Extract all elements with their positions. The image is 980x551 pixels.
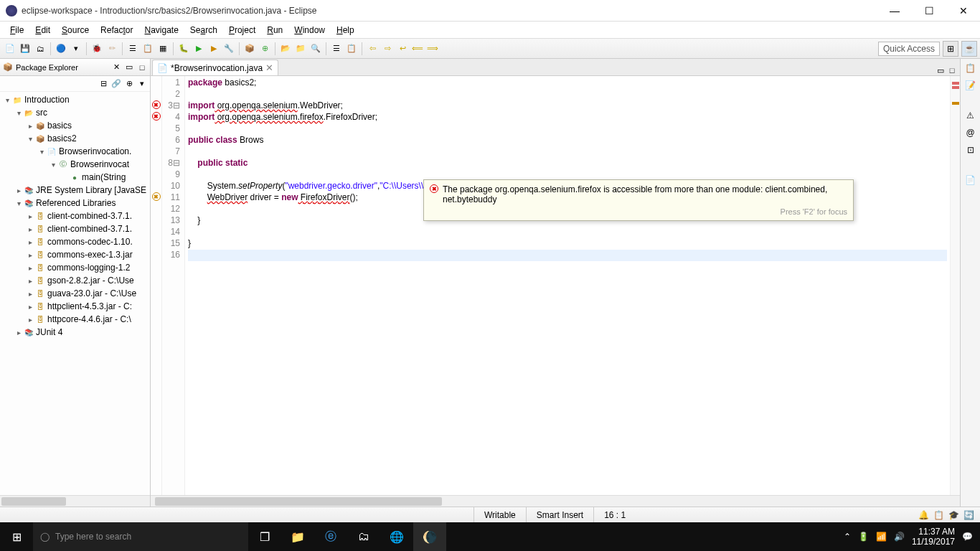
start-button[interactable]: ⊞: [0, 522, 33, 551]
run-icon[interactable]: ▶: [192, 42, 206, 56]
maximize-button[interactable]: ☐: [918, 4, 940, 18]
package-tree[interactable]: ▾📁Introduction ▾📂src ▸📦basics ▾📦basics2 …: [0, 92, 150, 495]
tray-battery-icon[interactable]: 🔋: [858, 532, 869, 542]
collapse-all-icon[interactable]: ⊟: [98, 79, 108, 89]
close-button[interactable]: ✕: [953, 4, 974, 18]
task-view-icon[interactable]: ❐: [248, 522, 281, 551]
view-minimize-icon[interactable]: ▭: [124, 62, 134, 72]
search-icon[interactable]: 🔍: [308, 42, 323, 56]
link-editor-icon[interactable]: 🔗: [111, 79, 121, 89]
toolbar-btn2[interactable]: 📋: [344, 42, 359, 56]
open-type-icon[interactable]: 🔵: [54, 42, 68, 56]
sidebar-scrollbar[interactable]: [0, 495, 150, 507]
tray-volume-icon[interactable]: 🔊: [894, 532, 905, 542]
declaration-icon[interactable]: ⊡: [964, 143, 977, 156]
editor-minimize-icon[interactable]: ▭: [936, 65, 946, 75]
save-icon[interactable]: 💾: [18, 42, 32, 56]
menu-source[interactable]: Source: [56, 23, 95, 37]
status-icon[interactable]: 📋: [933, 510, 944, 520]
tree-jar[interactable]: ▸🗄commons-exec-1.3.jar: [0, 248, 150, 261]
minimize-button[interactable]: —: [884, 4, 905, 18]
tree-project[interactable]: ▾📁Introduction: [0, 93, 150, 106]
view-maximize-icon[interactable]: □: [137, 62, 147, 72]
task-list-icon[interactable]: 📝: [964, 79, 977, 92]
debug-launch-icon[interactable]: 🐛: [176, 42, 191, 56]
javadoc-icon[interactable]: @: [964, 126, 977, 139]
build-icon[interactable]: ▾: [69, 42, 83, 56]
menu-help[interactable]: Help: [331, 23, 360, 37]
error-marker-icon[interactable]: ✖: [152, 112, 161, 121]
perspective-open-icon[interactable]: ⊞: [943, 41, 958, 57]
tree-jar[interactable]: ▸🗄httpclient-4.5.3.jar - C:: [0, 300, 150, 313]
debug-icon[interactable]: 🐞: [90, 42, 104, 56]
tree-jar[interactable]: ▸🗄httpcore-4.4.6.jar - C:\: [0, 313, 150, 326]
select-all-icon[interactable]: ▦: [156, 42, 170, 56]
save-all-icon[interactable]: 🗂: [33, 42, 47, 56]
menu-search[interactable]: Search: [184, 23, 223, 37]
tree-jar[interactable]: ▸🗄commons-logging-1.2: [0, 261, 150, 274]
menu-edit[interactable]: Edit: [29, 23, 56, 37]
tree-reflib[interactable]: ▾📚Referenced Libraries: [0, 197, 150, 209]
tree-java-file[interactable]: ▾📄Browserinvocation.: [0, 145, 150, 158]
menu-project[interactable]: Project: [223, 23, 261, 37]
history-fwd-icon[interactable]: ⟹: [425, 42, 440, 56]
tree-jar[interactable]: ▸🗄commons-codec-1.10.: [0, 235, 150, 248]
tray-notifications-icon[interactable]: 💬: [962, 532, 973, 542]
paint-icon[interactable]: ✏: [105, 42, 119, 56]
chrome-icon[interactable]: 🌐: [380, 522, 413, 551]
editor-maximize-icon[interactable]: □: [947, 65, 957, 75]
eclipse-taskbar-icon[interactable]: 🌘: [413, 522, 446, 551]
menu-window[interactable]: Window: [288, 23, 331, 37]
status-icon[interactable]: 🔄: [963, 510, 974, 520]
menu-navigate[interactable]: Navigate: [138, 23, 184, 37]
tree-jar[interactable]: ▸🗄client-combined-3.7.1.: [0, 209, 150, 222]
tree-junit[interactable]: ▸📚JUnit 4: [0, 326, 150, 339]
external-tools-icon[interactable]: 🔧: [222, 42, 236, 56]
problems-icon[interactable]: ⚠: [964, 109, 977, 122]
open-folder-icon[interactable]: 📂: [278, 42, 293, 56]
editor-scrollbar[interactable]: [151, 495, 960, 507]
tray-clock[interactable]: 11:37 AM 11/19/2017: [912, 527, 955, 547]
tree-class[interactable]: ▾ⒸBrowserinvocat: [0, 158, 150, 171]
tree-jar[interactable]: ▸🗄gson-2.8.2.jar - C:\Use: [0, 274, 150, 287]
tray-wifi-icon[interactable]: 📶: [876, 532, 887, 542]
tree-jar[interactable]: ▸🗄guava-23.0.jar - C:\Use: [0, 287, 150, 300]
overview-ruler[interactable]: [950, 76, 960, 495]
toggle-breadcrumb-icon[interactable]: ☰: [126, 42, 140, 56]
error-marker-icon[interactable]: ✖: [152, 192, 161, 201]
status-icon[interactable]: 🎓: [948, 510, 959, 520]
new-class-icon[interactable]: ⊕: [258, 42, 272, 56]
tree-method[interactable]: ●main(String: [0, 171, 150, 184]
menu-refactor[interactable]: Refactor: [95, 23, 138, 37]
outline-icon[interactable]: 📋: [964, 62, 977, 75]
perspective-java-icon[interactable]: ☕: [961, 41, 977, 57]
code-editor[interactable]: ✖ ✖ ✖ 123⊟45678⊟910111213141516 package …: [151, 76, 960, 495]
history-back-icon[interactable]: ⟸: [410, 42, 425, 56]
tab-close-icon[interactable]: ✕: [265, 62, 273, 73]
tray-chevron-icon[interactable]: ⌃: [844, 532, 851, 542]
menu-run[interactable]: Run: [261, 23, 288, 37]
editor-tab-active[interactable]: 📄 *Browserinvocation.java ✕: [152, 60, 278, 75]
view-close-icon[interactable]: ✕: [111, 62, 121, 72]
tree-pkg-basics[interactable]: ▸📦basics: [0, 119, 150, 132]
tree-pkg-basics2[interactable]: ▾📦basics2: [0, 132, 150, 145]
toolbar-btn[interactable]: ☰: [329, 42, 344, 56]
taskbar-search[interactable]: ◯ Type here to search: [33, 522, 248, 551]
status-icon[interactable]: 🔔: [918, 510, 929, 520]
code-content[interactable]: package basics2; import org.openqa.selen…: [185, 76, 950, 495]
quick-access[interactable]: Quick Access: [878, 42, 940, 56]
forward-icon[interactable]: ⇨: [380, 42, 395, 56]
file-explorer-icon[interactable]: 📁: [281, 522, 314, 551]
explorer-icon[interactable]: 🗂: [347, 522, 380, 551]
open-task-icon[interactable]: 📁: [293, 42, 308, 56]
new-icon[interactable]: 📄: [3, 42, 17, 56]
menu-file[interactable]: File: [4, 23, 29, 37]
coverage-icon[interactable]: ▶: [207, 42, 221, 56]
outline2-icon[interactable]: 📄: [964, 174, 977, 187]
edge-icon[interactable]: ⓔ: [314, 522, 347, 551]
back-icon[interactable]: ⇦: [365, 42, 380, 56]
pin-icon[interactable]: 📋: [141, 42, 155, 56]
last-edit-icon[interactable]: ↩: [395, 42, 410, 56]
view-menu-icon[interactable]: ▾: [137, 79, 147, 89]
tree-jre[interactable]: ▸📚JRE System Library [JavaSE: [0, 184, 150, 197]
